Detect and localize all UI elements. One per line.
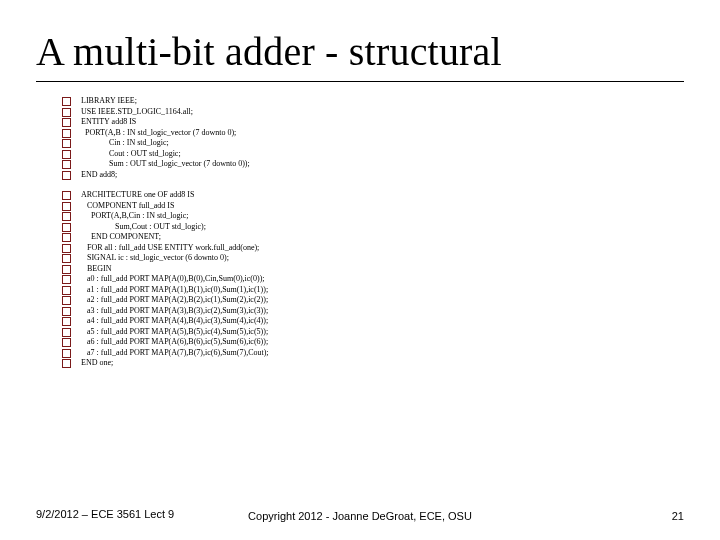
bullet-icon — [62, 129, 71, 138]
entity-line: Sum : OUT std_logic_vector (7 downto 0))… — [81, 159, 250, 169]
bullet-icon — [62, 171, 71, 180]
entity-row: ENTITY add8 IS — [62, 117, 250, 127]
arch-line: SIGNAL ic : std_logic_vector (6 downto 0… — [81, 253, 229, 263]
bullet-icon — [62, 139, 71, 148]
arch-line: FOR all : full_add USE ENTITY work.full_… — [81, 243, 259, 253]
arch-line: a2 : full_add PORT MAP(A(2),B(2),ic(1),S… — [81, 295, 268, 305]
bullet-icon — [62, 338, 71, 347]
arch-row: COMPONENT full_add IS — [62, 201, 269, 211]
arch-row: a5 : full_add PORT MAP(A(5),B(5),ic(4),S… — [62, 327, 269, 337]
arch-line: a6 : full_add PORT MAP(A(6),B(6),ic(5),S… — [81, 337, 268, 347]
slide-title: A multi-bit adder - structural — [36, 28, 684, 82]
arch-line: a1 : full_add PORT MAP(A(1),B(1),ic(0),S… — [81, 285, 268, 295]
arch-line: Sum,Cout : OUT std_logic); — [81, 222, 206, 232]
bullet-icon — [62, 191, 71, 200]
entity-line: END add8; — [81, 170, 117, 180]
arch-row: a1 : full_add PORT MAP(A(1),B(1),ic(0),S… — [62, 285, 269, 295]
bullet-icon — [62, 307, 71, 316]
bullet-icon — [62, 286, 71, 295]
arch-line: BEGIN — [81, 264, 111, 274]
entity-row: END add8; — [62, 170, 250, 180]
arch-line: a4 : full_add PORT MAP(A(4),B(4),ic(3),S… — [81, 316, 268, 326]
bullet-icon — [62, 160, 71, 169]
footer-page-number: 21 — [672, 510, 684, 522]
entity-line: Cin : IN std_logic; — [81, 138, 169, 148]
arch-line: a5 : full_add PORT MAP(A(5),B(5),ic(4),S… — [81, 327, 268, 337]
code-block-architecture: ARCHITECTURE one OF add8 IS COMPONENT fu… — [62, 190, 269, 369]
entity-row: USE IEEE.STD_LOGIC_1164.all; — [62, 107, 250, 117]
arch-line: a0 : full_add PORT MAP(A(0),B(0),Cin,Sum… — [81, 274, 265, 284]
bullet-icon — [62, 275, 71, 284]
arch-row: a6 : full_add PORT MAP(A(6),B(6),ic(5),S… — [62, 337, 269, 347]
arch-line: PORT(A,B,Cin : IN std_logic; — [81, 211, 189, 221]
arch-row: PORT(A,B,Cin : IN std_logic; — [62, 211, 269, 221]
arch-line: END one; — [81, 358, 113, 368]
bullet-icon — [62, 328, 71, 337]
entity-row: Cin : IN std_logic; — [62, 138, 250, 148]
entity-row: LIBRARY IEEE; — [62, 96, 250, 106]
bullet-icon — [62, 150, 71, 159]
bullet-icon — [62, 296, 71, 305]
slide: A multi-bit adder - structural LIBRARY I… — [0, 0, 720, 540]
bullet-icon — [62, 212, 71, 221]
arch-row: FOR all : full_add USE ENTITY work.full_… — [62, 243, 269, 253]
bullet-icon — [62, 108, 71, 117]
bullet-icon — [62, 349, 71, 358]
arch-row: SIGNAL ic : std_logic_vector (6 downto 0… — [62, 253, 269, 263]
entity-line: USE IEEE.STD_LOGIC_1164.all; — [81, 107, 193, 117]
arch-line: END COMPONENT; — [81, 232, 161, 242]
entity-row: PORT(A,B : IN std_logic_vector (7 downto… — [62, 128, 250, 138]
arch-line: COMPONENT full_add IS — [81, 201, 174, 211]
entity-line: ENTITY add8 IS — [81, 117, 136, 127]
bullet-icon — [62, 317, 71, 326]
arch-line: ARCHITECTURE one OF add8 IS — [81, 190, 194, 200]
bullet-icon — [62, 244, 71, 253]
bullet-icon — [62, 118, 71, 127]
entity-line: Cout : OUT std_logic; — [81, 149, 181, 159]
arch-row: a7 : full_add PORT MAP(A(7),B(7),ic(6),S… — [62, 348, 269, 358]
bullet-icon — [62, 265, 71, 274]
footer-copyright: Copyright 2012 - Joanne DeGroat, ECE, OS… — [36, 510, 684, 522]
arch-row: a2 : full_add PORT MAP(A(2),B(2),ic(1),S… — [62, 295, 269, 305]
arch-row: END COMPONENT; — [62, 232, 269, 242]
bullet-icon — [62, 97, 71, 106]
entity-row: Sum : OUT std_logic_vector (7 downto 0))… — [62, 159, 250, 169]
entity-line: LIBRARY IEEE; — [81, 96, 137, 106]
arch-row: a4 : full_add PORT MAP(A(4),B(4),ic(3),S… — [62, 316, 269, 326]
entity-line: PORT(A,B : IN std_logic_vector (7 downto… — [81, 128, 236, 138]
arch-row: BEGIN — [62, 264, 269, 274]
entity-row: Cout : OUT std_logic; — [62, 149, 250, 159]
arch-line: a3 : full_add PORT MAP(A(3),B(3),ic(2),S… — [81, 306, 268, 316]
arch-line: a7 : full_add PORT MAP(A(7),B(7),ic(6),S… — [81, 348, 269, 358]
arch-row: a0 : full_add PORT MAP(A(0),B(0),Cin,Sum… — [62, 274, 269, 284]
arch-row: END one; — [62, 358, 269, 368]
bullet-icon — [62, 254, 71, 263]
arch-row: ARCHITECTURE one OF add8 IS — [62, 190, 269, 200]
code-block-entity: LIBRARY IEEE;USE IEEE.STD_LOGIC_1164.all… — [62, 96, 250, 180]
arch-row: Sum,Cout : OUT std_logic); — [62, 222, 269, 232]
arch-row: a3 : full_add PORT MAP(A(3),B(3),ic(2),S… — [62, 306, 269, 316]
bullet-icon — [62, 202, 71, 211]
bullet-icon — [62, 359, 71, 368]
bullet-icon — [62, 233, 71, 242]
bullet-icon — [62, 223, 71, 232]
